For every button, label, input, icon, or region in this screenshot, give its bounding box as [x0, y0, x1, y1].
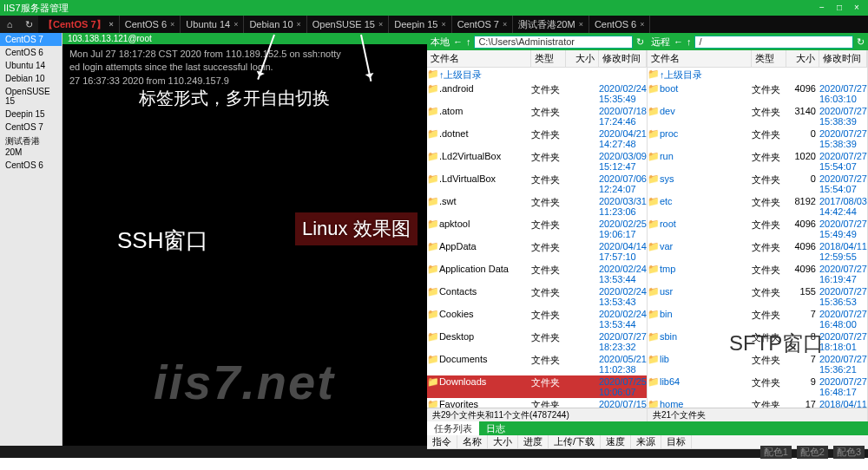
tab-close-icon[interactable]: ×: [233, 20, 238, 29]
file-row[interactable]: 📁.atom文件夹2020/07/18 17:24:46: [427, 105, 647, 127]
file-row[interactable]: 📁dev文件夹31402020/07/27 15:38:39: [648, 105, 867, 127]
session-tab[interactable]: Deepin 15×: [389, 16, 451, 33]
file-row[interactable]: 📁.Ld2VirtualBox文件夹2020/03/09 15:12:47: [427, 150, 647, 173]
local-status: 共29个文件夹和11个文件(4787244): [427, 408, 647, 421]
file-row[interactable]: 📁apktool文件夹2020/02/25 19:06:17: [427, 218, 647, 240]
file-row[interactable]: 📁.dotnet文件夹2020/04/21 14:27:48: [427, 127, 647, 150]
sidebar-server-item[interactable]: Deepin 15: [0, 108, 62, 121]
task-col[interactable]: 上传/下载: [549, 435, 601, 448]
session-tab[interactable]: 测试香港20M×: [513, 16, 589, 33]
updir-row[interactable]: 📁↑上级目录: [427, 68, 647, 82]
tab-close-icon[interactable]: ×: [170, 20, 174, 29]
color-scheme-2[interactable]: 配色2: [797, 446, 828, 459]
task-tab[interactable]: 日志: [479, 421, 512, 435]
remote-path-input[interactable]: [694, 36, 853, 49]
file-row[interactable]: 📁Application Data文件夹2020/02/24 13:53:44: [427, 263, 647, 285]
local-file-list: 文件名 类型 大小 修改时间 📁↑上级目录📁.android文件夹2020/02…: [427, 50, 648, 421]
col-size[interactable]: 大小: [786, 50, 819, 67]
sidebar-server-item[interactable]: CentOS 7: [0, 33, 62, 46]
close-button[interactable]: ×: [849, 2, 865, 14]
file-row[interactable]: 📁bin文件夹72020/07/27 16:48:00: [648, 308, 867, 330]
col-type[interactable]: 类型: [752, 50, 786, 67]
tab-close-icon[interactable]: ×: [109, 20, 114, 29]
folder-icon: 📁: [427, 196, 439, 217]
sidebar-server-item[interactable]: CentOS 6: [0, 46, 62, 59]
file-row[interactable]: 📁sys文件夹02020/07/27 15:54:07: [648, 173, 867, 195]
tab-home-icon[interactable]: ⌂: [0, 16, 19, 33]
file-row[interactable]: 📁AppData文件夹2020/04/14 17:57:10: [427, 240, 647, 263]
sidebar-server-item[interactable]: CentOS 7: [0, 121, 62, 134]
file-row[interactable]: 📁sbin文件夹82020/07/27 18:18:01: [648, 330, 867, 353]
tab-close-icon[interactable]: ×: [640, 20, 644, 29]
session-tab[interactable]: CentOS 6×: [589, 16, 651, 33]
file-row[interactable]: 📁run文件夹10202020/07/27 15:54:07: [648, 150, 867, 173]
file-row[interactable]: 📁.LdVirtualBox文件夹2020/07/06 12:24:07: [427, 173, 647, 195]
sidebar-server-item[interactable]: Debian 10: [0, 72, 62, 85]
col-name[interactable]: 文件名: [648, 50, 752, 67]
col-type[interactable]: 类型: [531, 50, 566, 67]
nav-up-icon[interactable]: ↑: [687, 36, 692, 47]
task-tab[interactable]: 任务列表: [427, 421, 479, 435]
col-date[interactable]: 修改时间: [819, 50, 867, 67]
tab-close-icon[interactable]: ×: [297, 20, 301, 29]
task-col[interactable]: 目标: [661, 435, 692, 448]
task-col[interactable]: 速度: [601, 435, 631, 448]
file-row[interactable]: 📁Contacts文件夹2020/02/24 13:53:43: [427, 285, 647, 308]
session-tab[interactable]: CentOS 7×: [452, 16, 514, 33]
session-tab[interactable]: CentOS 6×: [120, 16, 181, 33]
task-col[interactable]: 来源: [631, 435, 661, 448]
col-size[interactable]: 大小: [566, 50, 599, 67]
col-date[interactable]: 修改时间: [599, 50, 647, 67]
refresh-icon[interactable]: ↻: [857, 36, 865, 48]
sidebar-server-item[interactable]: Ubuntu 14: [0, 59, 62, 72]
file-row[interactable]: 📁Downloads文件夹2020/07/25 10:06:07: [427, 375, 647, 398]
session-tab[interactable]: OpenSUSE 15×: [307, 16, 389, 33]
session-tab[interactable]: Debian 10×: [244, 16, 306, 33]
color-scheme-1[interactable]: 配色1: [760, 446, 792, 459]
folder-icon: 📁: [427, 399, 439, 408]
session-tab[interactable]: Ubuntu 14×: [181, 16, 244, 33]
color-scheme-3[interactable]: 配色3: [833, 446, 865, 459]
session-tab[interactable]: 【CentOS 7】×: [38, 16, 120, 33]
file-row[interactable]: 📁etc文件夹81922017/08/03 14:42:44: [648, 195, 867, 218]
file-row[interactable]: 📁root文件夹40962020/07/27 15:49:49: [648, 218, 867, 240]
col-name[interactable]: 文件名: [427, 50, 531, 67]
maximize-button[interactable]: □: [832, 2, 847, 14]
file-row[interactable]: 📁.swt文件夹2020/03/31 11:23:06: [427, 195, 647, 218]
nav-up-icon[interactable]: ↑: [466, 36, 471, 47]
file-row[interactable]: 📁home文件夹172018/04/11 12:59:55: [648, 398, 867, 408]
file-row[interactable]: 📁Documents文件夹2020/05/21 11:02:38: [427, 353, 647, 375]
sidebar-server-item[interactable]: 测试香港20M: [0, 134, 62, 159]
tab-close-icon[interactable]: ×: [378, 20, 383, 29]
file-row[interactable]: 📁Favorites文件夹2020/07/15 18:15:39: [427, 398, 647, 408]
nav-back-icon[interactable]: ←: [453, 36, 463, 47]
minimize-button[interactable]: −: [814, 2, 830, 14]
file-row[interactable]: 📁Desktop文件夹2020/07/27 18:23:32: [427, 330, 647, 353]
file-row[interactable]: 📁lib文件夹72020/07/27 15:36:21: [648, 353, 867, 375]
task-col[interactable]: 名称: [457, 435, 488, 448]
tab-close-icon[interactable]: ×: [503, 20, 507, 29]
sidebar-server-item[interactable]: CentOS 6: [0, 159, 62, 172]
file-row[interactable]: 📁lib64文件夹92020/07/27 16:48:17: [648, 375, 867, 398]
file-row[interactable]: 📁proc文件夹02020/07/27 15:38:39: [648, 127, 867, 150]
nav-back-icon[interactable]: ←: [674, 36, 683, 47]
file-row[interactable]: 📁.android文件夹2020/02/24 15:35:49: [427, 82, 647, 105]
file-row[interactable]: 📁var文件夹40962018/04/11 12:59:55: [648, 240, 867, 263]
updir-row[interactable]: 📁↑上级目录: [648, 68, 867, 82]
task-col[interactable]: 进度: [518, 435, 549, 448]
tab-close-icon[interactable]: ×: [579, 20, 583, 29]
refresh-icon[interactable]: ↻: [636, 36, 644, 48]
file-row[interactable]: 📁Cookies文件夹2020/02/24 13:53:44: [427, 308, 647, 330]
task-col[interactable]: 大小: [488, 435, 518, 448]
file-row[interactable]: 📁usr文件夹1552020/07/27 15:36:53: [648, 285, 867, 308]
file-row[interactable]: 📁boot文件夹40962020/07/27 16:03:10: [648, 82, 867, 105]
local-label: 本地: [431, 36, 450, 49]
tab-refresh-icon[interactable]: ↻: [19, 16, 38, 33]
ssh-terminal[interactable]: 103.138.13.121@root Mon Jul 27 18:17:28 …: [62, 33, 427, 446]
folder-icon: 📁: [427, 151, 439, 172]
task-col[interactable]: 指令: [427, 435, 457, 448]
file-row[interactable]: 📁tmp文件夹40962020/07/27 16:19:47: [648, 263, 867, 285]
local-path-input[interactable]: [474, 36, 633, 49]
sidebar-server-item[interactable]: OpenSUSE 15: [0, 85, 62, 108]
tab-close-icon[interactable]: ×: [441, 20, 445, 29]
